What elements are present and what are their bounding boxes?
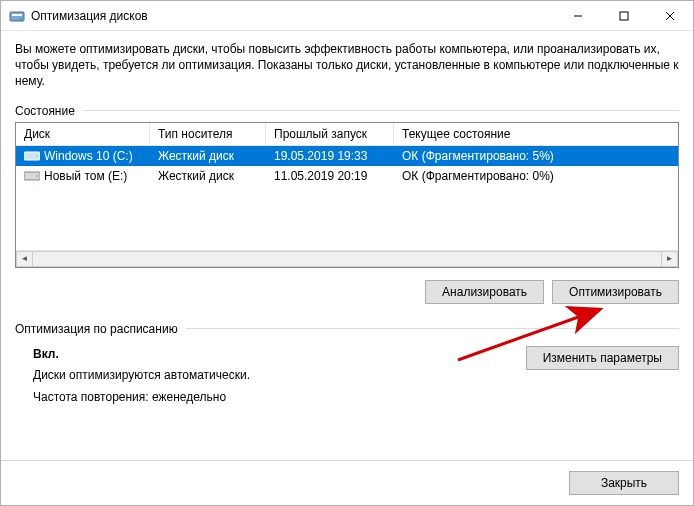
intro-text: Вы можете оптимизировать диски, чтобы по… bbox=[15, 41, 679, 90]
svg-point-2 bbox=[20, 18, 22, 20]
titlebar: Оптимизация дисков bbox=[1, 1, 693, 31]
optimize-button[interactable]: Оптимизировать bbox=[552, 280, 679, 304]
drive-media: Жесткий диск bbox=[150, 149, 266, 163]
status-section-label: Состояние bbox=[15, 104, 679, 118]
window-title: Оптимизация дисков bbox=[31, 9, 148, 23]
col-media[interactable]: Тип носителя bbox=[150, 123, 266, 145]
scroll-track[interactable] bbox=[33, 251, 661, 267]
drive-media: Жесткий диск bbox=[150, 169, 266, 183]
col-disk[interactable]: Диск bbox=[16, 123, 150, 145]
svg-rect-0 bbox=[10, 12, 24, 21]
schedule-info: Вкл. Диски оптимизируются автоматически.… bbox=[15, 340, 250, 409]
change-settings-button[interactable]: Изменить параметры bbox=[526, 346, 679, 370]
svg-rect-1 bbox=[12, 14, 22, 16]
drive-list[interactable]: Диск Тип носителя Прошлый запуск Текущее… bbox=[15, 122, 679, 268]
scroll-left-icon[interactable]: ◄ bbox=[16, 251, 33, 267]
schedule-line2: Частота повторения: еженедельно bbox=[33, 387, 250, 409]
scroll-right-icon[interactable]: ► bbox=[661, 251, 678, 267]
table-row[interactable]: Windows 10 (C:) Жесткий диск 19.05.2019 … bbox=[16, 146, 678, 166]
horizontal-scrollbar[interactable]: ◄ ► bbox=[16, 250, 678, 267]
schedule-section-label: Оптимизация по расписанию bbox=[15, 322, 679, 336]
schedule-line1: Диски оптимизируются автоматически. bbox=[33, 365, 250, 387]
minimize-button[interactable] bbox=[555, 1, 601, 31]
app-icon bbox=[9, 8, 25, 24]
close-button[interactable] bbox=[647, 1, 693, 31]
schedule-status: Вкл. bbox=[33, 344, 250, 366]
drive-state: ОК (Фрагментировано: 5%) bbox=[394, 149, 678, 163]
close-dialog-button[interactable]: Закрыть bbox=[569, 471, 679, 495]
drive-state: ОК (Фрагментировано: 0%) bbox=[394, 169, 678, 183]
col-state[interactable]: Текущее состояние bbox=[394, 123, 678, 145]
maximize-button[interactable] bbox=[601, 1, 647, 31]
drive-name: Новый том (E:) bbox=[44, 169, 127, 183]
drive-icon bbox=[24, 150, 40, 162]
svg-point-8 bbox=[36, 155, 38, 157]
col-last[interactable]: Прошлый запуск bbox=[266, 123, 394, 145]
drive-last-run: 19.05.2019 19:33 bbox=[266, 149, 394, 163]
analyze-button[interactable]: Анализировать bbox=[425, 280, 544, 304]
drive-icon bbox=[24, 170, 40, 182]
drive-list-header: Диск Тип носителя Прошлый запуск Текущее… bbox=[16, 123, 678, 146]
drive-name: Windows 10 (C:) bbox=[44, 149, 133, 163]
footer: Закрыть bbox=[1, 460, 693, 505]
svg-rect-4 bbox=[620, 12, 628, 20]
drive-last-run: 11.05.2019 20:19 bbox=[266, 169, 394, 183]
svg-point-10 bbox=[36, 175, 38, 177]
table-row[interactable]: Новый том (E:) Жесткий диск 11.05.2019 2… bbox=[16, 166, 678, 186]
